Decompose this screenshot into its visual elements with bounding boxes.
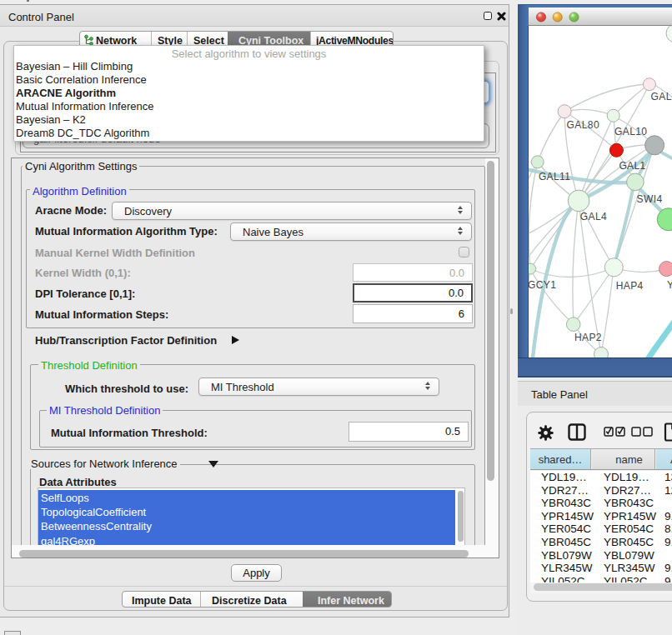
svg-text:YJL: YJL: [667, 279, 672, 291]
svg-text:GAL10: GAL10: [614, 126, 647, 138]
svg-text:SWI4: SWI4: [637, 193, 663, 205]
svg-text:HAP4: HAP4: [616, 280, 644, 292]
svg-text:GAL2: GAL2: [651, 91, 672, 102]
svg-text:GAL11: GAL11: [539, 171, 570, 182]
svg-text:GAL1: GAL1: [619, 160, 645, 172]
svg-text:GAL4: GAL4: [580, 211, 607, 222]
svg-text:GCY1: GCY1: [529, 279, 556, 291]
svg-text:GAL80: GAL80: [567, 119, 599, 131]
svg-text:HAP2: HAP2: [574, 332, 602, 343]
